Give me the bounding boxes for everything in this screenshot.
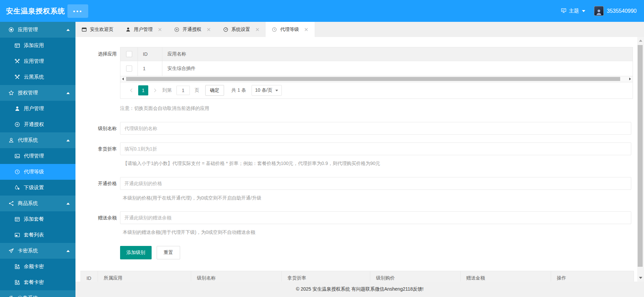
sidebar-item-add-package[interactable]: 添加套餐	[0, 211, 75, 227]
sidebar-item-label: 商品系统	[18, 200, 38, 207]
history-icon	[272, 27, 277, 32]
scroll-down-icon[interactable]	[639, 277, 642, 279]
sidebar-item-add-app[interactable]: 添加应用	[0, 38, 75, 53]
select-all-checkbox[interactable]	[126, 51, 132, 57]
app-title: 安生温泉授权系统	[0, 6, 65, 16]
sidebar-item-label: 套餐列表	[24, 232, 44, 238]
share-icon	[8, 201, 14, 206]
sidebar-item-sales-system-group[interactable]: 出售系统	[0, 290, 75, 297]
sidebar-item-balance-cards[interactable]: 余额卡密	[0, 259, 75, 274]
sidebar-item-label: 套餐卡密	[24, 279, 44, 286]
sidebar-item-label: 代理系统	[18, 137, 38, 143]
sidebar-item-card-system-group[interactable]: 卡密系统	[0, 243, 75, 259]
user-outline-icon	[8, 137, 14, 143]
sidebar-item-open-auth[interactable]: 开通授权	[0, 117, 75, 132]
window-add-icon	[14, 43, 20, 48]
sidebar-item-label: 用户管理	[24, 105, 44, 112]
username[interactable]: 3535540990	[607, 8, 637, 14]
header-checkbox-cell	[120, 47, 138, 61]
tab-agent-level[interactable]: 代理等级 ×	[266, 22, 314, 37]
table-row[interactable]: 1 安生综合插件	[120, 61, 633, 76]
refresh-icon	[8, 295, 14, 297]
close-icon[interactable]: ×	[255, 27, 260, 32]
plus-circle-icon	[14, 122, 20, 127]
close-icon[interactable]: ×	[206, 27, 211, 32]
agent-level-table: ID 所属应用 级别名称 拿货折率 级别购价 赠送金额 操作	[80, 271, 634, 282]
tab-label: 用户管理	[134, 27, 153, 33]
sidebar-item-user-management[interactable]: 用户管理	[0, 101, 75, 117]
next-page-icon[interactable]	[152, 88, 158, 93]
current-page-button[interactable]: 1	[138, 85, 148, 95]
sidebar-item-goods-system-group[interactable]: 商品系统	[0, 196, 75, 211]
discount-rate-label: 拿货折率	[75, 142, 117, 155]
page-size-select[interactable]: 10 条/页	[252, 85, 282, 96]
sidebar-item-subordinate-settings[interactable]: 下级设置	[0, 180, 75, 196]
theme-icon	[561, 8, 567, 14]
chevron-up-icon	[66, 29, 70, 31]
sidebar-item-app-management-group[interactable]: 应用管理	[0, 22, 75, 38]
blocks-icon	[14, 264, 20, 269]
gift-balance-label: 赠送余额	[75, 211, 117, 224]
discount-rate-input[interactable]	[120, 142, 631, 155]
sidebar-item-cloud-blacklist[interactable]: 云黑系统	[0, 69, 75, 85]
sidebar-item-label: 授权管理	[18, 90, 38, 96]
column-header-level-price: 级别购价	[370, 271, 461, 282]
chevron-up-icon	[66, 92, 70, 94]
reset-button[interactable]: 重置	[157, 246, 180, 259]
history-icon	[14, 169, 20, 175]
tab-welcome[interactable]: 安生欢迎页	[75, 22, 119, 37]
page-size-value: 10 条/页	[255, 87, 272, 93]
close-icon[interactable]: ×	[158, 27, 162, 32]
scroll-up-icon[interactable]	[639, 40, 642, 42]
goto-page-label: 到第	[162, 87, 172, 93]
goto-page-input[interactable]	[176, 86, 190, 95]
sidebar-item-label: 应用管理	[18, 27, 38, 33]
scroll-right-icon[interactable]	[629, 78, 631, 80]
sidebar-collapse-button[interactable]: ●●●	[67, 4, 88, 18]
main-v-scrollbar[interactable]	[637, 37, 644, 282]
row-checkbox[interactable]	[126, 66, 132, 72]
table-h-scrollbar[interactable]	[120, 76, 633, 82]
tab-label: 代理等级	[280, 27, 299, 33]
open-price-input[interactable]	[120, 177, 631, 190]
tab-label: 系统设置	[231, 27, 250, 33]
tab-user-management[interactable]: 用户管理 ×	[119, 22, 168, 37]
sidebar-item-auth-management-group[interactable]: 授权管理	[0, 85, 75, 101]
close-icon[interactable]: ×	[304, 27, 308, 32]
h-scrollbar-thumb[interactable]	[126, 77, 620, 81]
sidebar-item-app-management[interactable]: 应用管理	[0, 53, 75, 69]
column-header-actions: 操作	[551, 271, 634, 282]
add-level-button[interactable]: 添加级别	[120, 246, 152, 259]
sidebar-item-package-list[interactable]: 套餐列表	[0, 227, 75, 243]
row-id: 1	[138, 61, 162, 76]
level-name-input[interactable]	[120, 122, 631, 135]
sidebar-item-label: 余额卡密	[24, 263, 44, 270]
sidebar-nav: 应用管理 添加应用 应用管理 云黑系统 授权管理 用户管理 开通授权 代理系统 …	[0, 22, 75, 297]
column-header-id: ID	[138, 47, 162, 61]
column-header-id: ID	[81, 271, 98, 282]
sidebar-item-agent-level[interactable]: 代理等级	[0, 164, 75, 180]
theme-dropdown[interactable]: 主题	[561, 8, 585, 14]
v-scrollbar-thumb[interactable]	[638, 45, 643, 267]
sidebar-item-label: 云黑系统	[24, 74, 44, 80]
sidebar-item-agent-system-group[interactable]: 代理系统	[0, 132, 75, 148]
tab-open-auth[interactable]: 开通授权 ×	[168, 22, 217, 37]
sidebar-item-agent-management[interactable]: 代理管理	[0, 148, 75, 164]
page-unit-label: 页	[195, 87, 199, 93]
blocks-icon	[14, 280, 20, 285]
column-header-level-name: 级别名称	[191, 271, 282, 282]
avatar[interactable]	[594, 6, 604, 16]
sidebar-item-package-cards[interactable]: 套餐卡密	[0, 274, 75, 290]
gift-balance-input[interactable]	[120, 211, 631, 224]
scroll-left-icon[interactable]	[122, 78, 124, 80]
confirm-page-button[interactable]: 确定	[205, 85, 224, 96]
send-icon	[8, 248, 14, 254]
tab-system-settings[interactable]: 系统设置 ×	[217, 22, 266, 37]
sidebar-item-label: 代理等级	[24, 169, 44, 175]
window-icon	[14, 232, 20, 238]
user-icon	[125, 27, 131, 32]
select-app-label: 选择应用	[75, 47, 117, 60]
prev-page-icon[interactable]	[129, 88, 134, 93]
row-checkbox-cell	[120, 61, 138, 76]
chevron-down-icon	[582, 10, 585, 12]
